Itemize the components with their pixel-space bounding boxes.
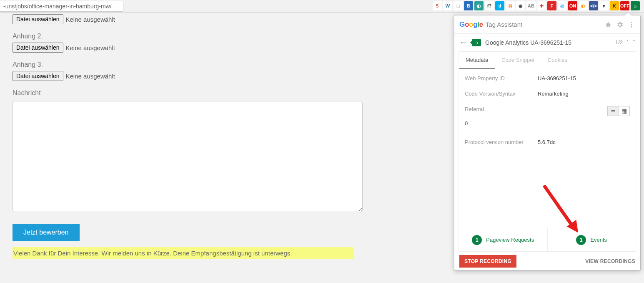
- tag-assistant-panel: Google Tag Assistant ← :) Google Analyti…: [454, 15, 641, 270]
- extension-icon[interactable]: ⌂: [631, 1, 640, 10]
- meta-key: Web Property ID: [465, 75, 538, 81]
- google-logo: Google: [459, 20, 483, 29]
- url-field[interactable]: -uns/jobs/office-manager-in-hamburg-mw/: [0, 1, 123, 12]
- ta-metadata: Web Property IDUA-3696251-15 Code Versio…: [459, 69, 636, 228]
- svg-point-1: [631, 24, 632, 25]
- pageview-requests[interactable]: 1 Pageview Requests: [459, 228, 547, 251]
- next-icon[interactable]: ˅: [633, 40, 635, 45]
- referral-view-toggle[interactable]: ≣▦: [607, 106, 630, 116]
- extension-icon[interactable]: K: [610, 1, 619, 10]
- view-recordings-link[interactable]: VIEW RECORDINGS: [585, 258, 635, 264]
- message-textarea[interactable]: [13, 101, 363, 212]
- file-status: Keine ausgewählt: [66, 44, 115, 51]
- file-choose-button[interactable]: Datei auswählen: [13, 71, 63, 81]
- ta-tabs: Metadata Code Snippet Cookies: [459, 52, 636, 69]
- extension-icon[interactable]: d: [495, 1, 504, 10]
- extension-icon[interactable]: ◉: [516, 1, 525, 10]
- svg-point-2: [631, 26, 632, 27]
- extension-icon[interactable]: □: [454, 1, 463, 10]
- tag-name: Google Analytics UA-3696251-15: [485, 39, 571, 46]
- count-badge: 1: [576, 235, 586, 245]
- ta-tag-row: ← :) Google Analytics UA-3696251-15 1/2 …: [454, 34, 640, 51]
- panel-pointer: [624, 12, 632, 15]
- extension-icons: 5W□B◐f?d⌘◉AB✚F◎ON◐</>▾KOFF⌂: [433, 1, 640, 10]
- extension-icon[interactable]: 5: [433, 1, 442, 10]
- file-status: Keine ausgewählt: [66, 16, 115, 23]
- extension-icon[interactable]: f?: [485, 1, 494, 10]
- events-label: Events: [590, 237, 607, 243]
- extension-icon[interactable]: ▾: [599, 1, 609, 10]
- events-requests[interactable]: 1 Events: [547, 228, 636, 251]
- tag-counter: 1/2: [615, 39, 623, 45]
- ta-header: Google Tag Assistant: [454, 15, 640, 34]
- tag-status-icon: :): [472, 39, 481, 46]
- file-choose-button[interactable]: Datei auswählen: [13, 43, 63, 53]
- svg-point-0: [631, 22, 632, 23]
- grid-view-icon[interactable]: ▦: [619, 106, 629, 116]
- meta-value: 5.6.7dc: [538, 139, 556, 145]
- extension-icon[interactable]: ON: [568, 1, 577, 10]
- tab-code-snippet[interactable]: Code Snippet: [495, 52, 541, 69]
- extension-icon[interactable]: F: [547, 1, 556, 10]
- star-icon[interactable]: [604, 21, 612, 28]
- prev-icon[interactable]: ˄: [626, 40, 629, 45]
- meta-value: 0: [465, 120, 468, 126]
- extension-icon[interactable]: AB: [526, 1, 536, 10]
- meta-value: Remarketing: [538, 91, 569, 97]
- extension-icon[interactable]: ◎: [558, 1, 567, 10]
- confirmation-message: Vielen Dank für Dein Interesse. Wir meld…: [13, 247, 354, 259]
- meta-key: Protocol version number: [465, 139, 538, 145]
- meta-key: Referral: [465, 106, 538, 116]
- stop-recording-button[interactable]: STOP RECORDING: [459, 255, 516, 268]
- extension-icon[interactable]: B: [464, 1, 473, 10]
- file-status: Keine ausgewählt: [66, 73, 115, 80]
- extension-icon[interactable]: ◐: [474, 1, 484, 10]
- meta-key: Code Version/Syntax: [465, 91, 538, 97]
- extension-icon[interactable]: ◐: [579, 1, 588, 10]
- ta-card: Metadata Code Snippet Cookies Web Proper…: [459, 51, 636, 252]
- browser-toolbar: -uns/jobs/office-manager-in-hamburg-mw/ …: [0, 0, 644, 13]
- list-view-icon[interactable]: ≣: [608, 106, 619, 116]
- meta-value: UA-3696251-15: [538, 75, 576, 81]
- extension-icon[interactable]: ⌘: [506, 1, 515, 10]
- tab-cookies[interactable]: Cookies: [541, 52, 574, 69]
- ta-footer: STOP RECORDING VIEW RECORDINGS: [454, 252, 640, 270]
- extension-icon[interactable]: OFF: [620, 1, 629, 10]
- pageview-label: Pageview Requests: [486, 237, 534, 243]
- back-icon[interactable]: ←: [459, 38, 468, 47]
- ta-request-bar: 1 Pageview Requests 1 Events: [459, 228, 636, 251]
- tab-metadata[interactable]: Metadata: [459, 52, 495, 69]
- gear-icon[interactable]: [616, 21, 624, 28]
- extension-icon[interactable]: W: [443, 1, 452, 10]
- count-badge: 1: [472, 235, 482, 245]
- extension-icon[interactable]: ✚: [537, 1, 546, 10]
- file-choose-button[interactable]: Datei auswählen: [13, 14, 63, 24]
- more-icon[interactable]: [628, 21, 635, 28]
- submit-button[interactable]: Jetzt bewerben: [13, 224, 80, 241]
- extension-icon[interactable]: </>: [589, 1, 598, 10]
- ta-title: Tag Assistant: [486, 21, 522, 28]
